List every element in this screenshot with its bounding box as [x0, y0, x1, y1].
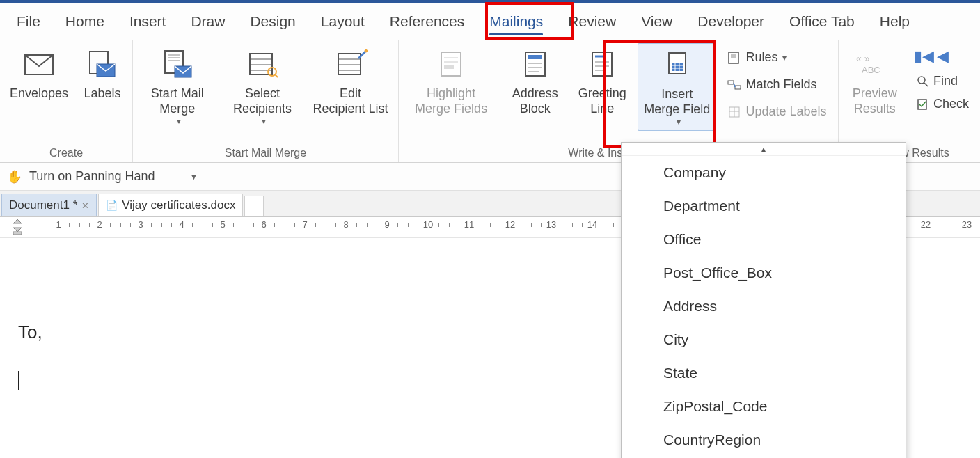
envelopes-button[interactable]: Envelopes	[6, 43, 72, 104]
dropdown-item-address[interactable]: Address	[622, 290, 906, 323]
first-record-icon[interactable]: ▮◀	[914, 47, 934, 65]
find-recipient-label: Find	[933, 74, 958, 88]
tab-file[interactable]: File	[4, 6, 53, 37]
document-tab-2[interactable]: 📄 Vijay certificates.docx	[98, 194, 243, 216]
document-tab-1[interactable]: Document1 * ✕	[1, 194, 97, 216]
check-icon	[917, 98, 929, 111]
select-recipients-icon	[246, 46, 279, 84]
group-start-mail-merge: Start Mail Merge▾ Select Recipients▾ Edi…	[133, 40, 399, 162]
envelopes-label: Envelopes	[10, 86, 68, 102]
tab-help[interactable]: Help	[867, 6, 922, 37]
dropdown-scroll-up[interactable]: ▴	[622, 143, 906, 156]
svg-rect-51	[918, 100, 926, 109]
prev-record-icon[interactable]: ◀	[937, 47, 949, 65]
start-mail-merge-label: Start Mail Merge	[143, 86, 212, 116]
group-create-label: Create	[49, 147, 83, 162]
hand-icon: ✋	[7, 169, 22, 184]
panning-hand-button[interactable]: Turn on Panning Hand	[29, 169, 155, 184]
rules-icon	[727, 51, 741, 65]
highlight-merge-fields-icon	[436, 46, 466, 84]
svg-rect-8	[250, 54, 272, 74]
address-block-button[interactable]: Address Block	[503, 43, 567, 119]
insert-merge-field-dropdown: ▴ Company Department Office Post_Office_…	[621, 142, 906, 458]
preview-results-label: Preview Results	[848, 86, 901, 116]
envelope-icon	[24, 46, 54, 84]
group-start-mail-merge-label: Start Mail Merge	[225, 147, 306, 162]
svg-rect-14	[338, 54, 361, 74]
start-mail-merge-icon	[161, 46, 194, 84]
svg-rect-24	[528, 55, 542, 59]
dropdown-item-office[interactable]: Office	[622, 223, 906, 256]
svg-marker-52	[13, 219, 22, 223]
text-cursor	[18, 371, 19, 390]
tab-insert[interactable]: Insert	[117, 6, 179, 37]
document-tab-1-label: Document1 *	[9, 198, 77, 212]
tab-officetab[interactable]: Office Tab	[777, 6, 867, 37]
svg-text:«    »: « »	[856, 53, 870, 64]
select-recipients-button[interactable]: Select Recipients▾	[222, 43, 303, 129]
match-fields-button[interactable]: Match Fields	[722, 73, 832, 96]
update-labels-button: Update Labels	[722, 100, 832, 123]
close-icon[interactable]: ✕	[81, 200, 89, 211]
select-recipients-label: Select Recipients	[226, 86, 299, 116]
check-errors-label: Check	[933, 97, 969, 111]
svg-rect-22	[444, 65, 454, 69]
svg-text:ABC: ABC	[862, 65, 880, 75]
svg-rect-42	[728, 81, 734, 84]
annotation-highlight-mailings	[485, 2, 574, 40]
tab-design[interactable]: Design	[237, 6, 308, 37]
dropdown-item-country[interactable]: CountryRegion	[622, 423, 906, 457]
tab-home[interactable]: Home	[53, 6, 117, 37]
find-recipient-button[interactable]: Find	[911, 70, 963, 93]
update-labels-label: Update Labels	[745, 104, 826, 119]
document-tab-2-label: Vijay certificates.docx	[122, 198, 235, 212]
labels-label: Labels	[84, 86, 121, 102]
match-fields-icon	[727, 78, 741, 92]
tab-developer[interactable]: Developer	[685, 6, 777, 37]
svg-rect-43	[735, 86, 741, 89]
match-fields-label: Match Fields	[745, 77, 816, 92]
address-block-label: Address Block	[507, 86, 562, 116]
edit-recipient-list-button[interactable]: Edit Recipient List	[308, 43, 393, 119]
svg-rect-54	[13, 232, 22, 235]
dropdown-item-zip[interactable]: ZipPostal_Code	[622, 390, 906, 423]
preview-results-icon: « »ABC	[856, 46, 894, 84]
check-errors-button[interactable]: Check	[911, 93, 974, 116]
edit-recipient-list-label: Edit Recipient List	[313, 86, 388, 116]
tab-draw[interactable]: Draw	[178, 6, 237, 37]
tab-layout[interactable]: Layout	[308, 6, 377, 37]
svg-point-49	[918, 77, 925, 84]
svg-marker-53	[13, 228, 22, 232]
labels-icon	[87, 46, 118, 84]
chevron-down-icon: ▾	[782, 53, 787, 63]
tab-view[interactable]: View	[629, 6, 685, 37]
chevron-down-icon: ▾	[177, 116, 181, 126]
group-create: Envelopes Labels Create	[0, 40, 133, 162]
svg-line-50	[924, 83, 928, 86]
dropdown-item-state[interactable]: State	[622, 356, 906, 390]
start-mail-merge-button[interactable]: Start Mail Merge▾	[139, 43, 216, 129]
svg-rect-39	[729, 52, 738, 63]
preview-results-button: « »ABC Preview Results	[844, 43, 906, 119]
dropdown-item-company[interactable]: Company	[622, 156, 906, 189]
dropdown-item-post-office-box[interactable]: Post_Office_Box	[622, 256, 906, 290]
labels-button[interactable]: Labels	[78, 43, 127, 104]
tab-references[interactable]: References	[377, 6, 477, 37]
chevron-down-icon: ▾	[262, 116, 266, 126]
dropdown-item-department[interactable]: Department	[622, 189, 906, 223]
dropdown-item-city[interactable]: City	[622, 323, 906, 356]
word-doc-icon: 📄	[106, 200, 118, 211]
annotation-highlight-insert-merge-field	[603, 40, 716, 148]
rules-label: Rules	[745, 50, 777, 65]
svg-line-13	[275, 74, 278, 77]
highlight-merge-fields-button: Highlight Merge Fields	[404, 43, 498, 119]
edit-recipient-list-icon	[334, 46, 368, 84]
svg-rect-19	[441, 52, 461, 76]
indent-markers[interactable]	[13, 219, 22, 235]
qat-customize-button[interactable]: ▼	[189, 172, 198, 182]
new-document-tab[interactable]	[244, 196, 264, 216]
rules-button[interactable]: Rules ▾	[722, 46, 832, 69]
update-labels-icon	[727, 105, 741, 119]
highlight-merge-fields-label: Highlight Merge Fields	[409, 86, 494, 116]
address-block-icon	[520, 46, 551, 84]
